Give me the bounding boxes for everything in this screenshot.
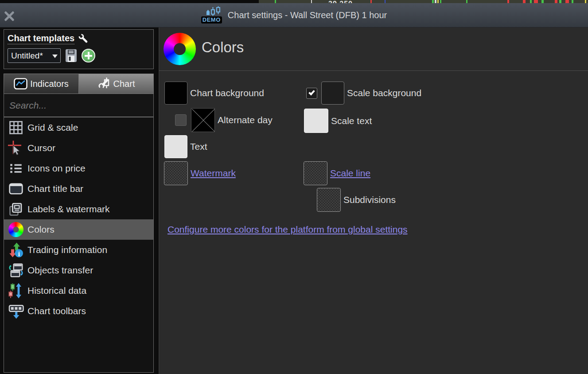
chevron-down-icon — [52, 55, 58, 58]
tab-indicators-label: Indicators — [30, 79, 69, 89]
sidebar-item-label: Icons on price — [27, 163, 86, 174]
grid-icon — [8, 119, 24, 136]
subdivisions-label: Subdivisions — [343, 195, 396, 205]
svg-text:i: i — [18, 250, 20, 257]
scale-background-swatch[interactable] — [321, 82, 344, 105]
tab-chart-label: Chart — [113, 79, 135, 89]
sidebar-item-colors[interactable]: Colors — [4, 219, 153, 240]
scale-text-label: Scale text — [331, 116, 372, 126]
sidebar-item-objects-transfer[interactable]: Objects transfer — [4, 260, 153, 280]
chart-background-row: Chart background — [164, 82, 264, 105]
sidebar-item-label: Grid & scale — [27, 122, 78, 133]
sidebar-tabs: Indicators Chart — [4, 74, 154, 94]
text-row: Text — [164, 135, 207, 158]
chart-templates-heading: Chart templates — [8, 33, 74, 44]
sidebar-item-cursor[interactable]: Cursor — [4, 138, 153, 158]
scale-background-row: Scale background — [306, 82, 421, 105]
dialog-title: Chart settings - Wall Street (DFB) 1 hou… — [228, 10, 387, 20]
historical-data-icon — [8, 282, 24, 299]
alternate-day-checkbox[interactable] — [175, 114, 187, 126]
sidebar-item-labels-watermark[interactable]: Labels & watermark — [4, 199, 153, 219]
settings-nav-list: Grid & scale Cursor — [4, 117, 154, 373]
objects-transfer-icon — [8, 262, 24, 279]
sidebar-item-label: Labels & watermark — [27, 204, 110, 214]
watermark-link[interactable]: Watermark — [191, 168, 236, 179]
search-box — [4, 94, 154, 117]
alternate-day-row: Alternate day — [175, 108, 273, 132]
checkmark-icon — [308, 89, 315, 95]
sidebar-item-grid-scale[interactable]: Grid & scale — [4, 117, 153, 138]
chart-background-swatch[interactable] — [164, 82, 187, 105]
sidebar-item-chart-title-bar[interactable]: Chart title bar — [4, 179, 153, 199]
wrench-icon[interactable] — [78, 33, 89, 44]
scale-line-row: Scale line — [304, 161, 370, 185]
chart-wrench-icon — [97, 77, 111, 90]
sidebar-item-historical-data[interactable]: Historical data — [4, 280, 153, 301]
add-template-button[interactable] — [82, 49, 95, 62]
watermark-swatch[interactable] — [164, 161, 188, 185]
scale-background-label: Scale background — [347, 88, 421, 98]
floppy-disk-icon — [65, 49, 77, 62]
tab-chart[interactable]: Chart — [78, 74, 154, 94]
chart-background-label: Chart background — [190, 88, 264, 98]
sidebar-item-label: Historical data — [27, 285, 86, 296]
text-swatch[interactable] — [164, 135, 187, 158]
colors-settings-panel: Colors Chart background Alternate day Te… — [159, 27, 588, 374]
chart-toolbars-icon — [8, 303, 24, 319]
template-select[interactable]: Untitled* — [8, 48, 61, 63]
list-icon — [8, 160, 24, 177]
sidebar-item-trading-information[interactable]: i Trading information — [4, 240, 153, 260]
sidebar-item-icons-on-price[interactable]: Icons on price — [4, 158, 153, 179]
sidebar-item-label: Trading information — [27, 245, 107, 255]
sidebar-item-label: Chart title bar — [27, 183, 83, 194]
scale-line-link[interactable]: Scale line — [330, 168, 370, 179]
trading-info-icon: i — [8, 242, 24, 258]
template-select-value: Untitled* — [11, 51, 43, 61]
tab-indicators[interactable]: Indicators — [4, 74, 78, 94]
sidebar-item-label: Cursor — [27, 143, 55, 153]
watermark-row: Watermark — [164, 161, 236, 185]
sidebar-item-label: Objects transfer — [27, 265, 93, 276]
chart-templates-panel: Chart templates Untitled* — [4, 29, 154, 69]
alternate-day-label: Alternate day — [218, 115, 273, 125]
sidebar-item-chart-toolbars[interactable]: Chart toolbars — [4, 301, 153, 321]
demo-badge-label: DEMO — [201, 16, 222, 23]
scale-text-row: Scale text — [304, 109, 372, 133]
panel-header: Colors — [159, 27, 588, 71]
candlestick-logo-icon — [206, 6, 221, 16]
sidebar-item-label: Chart toolbars — [27, 306, 86, 316]
line-chart-icon — [14, 78, 27, 90]
search-input[interactable] — [4, 100, 153, 111]
title-bar-icon — [8, 180, 24, 197]
subdivisions-row: Subdivisions — [317, 188, 396, 212]
panel-title: Colors — [202, 39, 244, 56]
alternate-day-swatch[interactable] — [191, 108, 215, 132]
settings-sidebar: Chart templates Untitled* — [0, 27, 158, 374]
global-settings-link[interactable]: Configure more colors for the platform f… — [167, 224, 408, 234]
global-settings-row: Configure more colors for the platform f… — [167, 224, 408, 235]
color-wheel-icon — [8, 221, 24, 238]
scale-text-swatch[interactable] — [304, 109, 328, 133]
demo-account-badge: DEMO — [201, 6, 224, 24]
sidebar-item-label: Colors — [27, 224, 55, 235]
background-chart-fragment: 39 250 — [0, 0, 588, 3]
chart-price-fragment: 39 250 — [328, 0, 353, 3]
text-label: Text — [190, 141, 207, 152]
labels-watermark-icon — [8, 201, 24, 218]
subdivisions-swatch[interactable] — [317, 188, 341, 212]
dialog-titlebar: DEMO Chart settings - Wall Street (DFB) … — [0, 3, 588, 27]
scale-background-checkbox[interactable] — [306, 88, 317, 99]
color-wheel-icon — [164, 33, 196, 65]
save-template-button[interactable] — [65, 49, 77, 62]
scale-line-swatch[interactable] — [304, 161, 327, 185]
cursor-crosshair-icon — [8, 140, 24, 156]
